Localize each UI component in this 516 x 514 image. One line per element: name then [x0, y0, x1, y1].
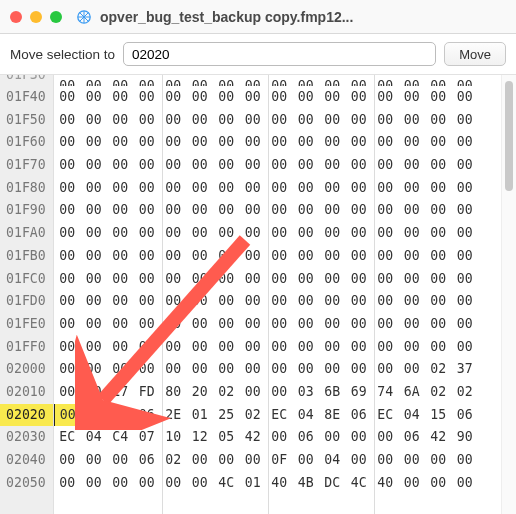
hex-byte[interactable]: 00 — [213, 290, 240, 313]
hex-byte[interactable]: 00 — [399, 199, 426, 222]
hex-byte[interactable]: 00 — [134, 222, 161, 245]
hex-byte[interactable]: 00 — [107, 472, 134, 495]
hex-byte[interactable]: 00 — [240, 222, 267, 245]
hex-byte[interactable]: 4C — [346, 472, 373, 495]
hex-byte[interactable]: 00 — [187, 449, 214, 472]
hex-byte[interactable]: 00 — [372, 222, 399, 245]
hex-byte[interactable]: 00 — [134, 268, 161, 291]
hex-byte[interactable]: 00 — [107, 154, 134, 177]
hex-byte[interactable]: 00 — [452, 154, 479, 177]
hex-byte[interactable]: FD — [134, 381, 161, 404]
hex-byte[interactable]: 00 — [319, 245, 346, 268]
hex-byte[interactable]: 00 — [346, 199, 373, 222]
hex-byte[interactable]: 00 — [346, 358, 373, 381]
hex-byte[interactable]: 00 — [399, 222, 426, 245]
hex-byte[interactable]: 00 — [54, 75, 81, 86]
hex-byte[interactable]: 00 — [134, 313, 161, 336]
hex-byte[interactable]: 00 — [346, 222, 373, 245]
hex-byte[interactable]: 00 — [293, 358, 320, 381]
hex-byte[interactable]: 00 — [452, 75, 479, 86]
hex-byte[interactable]: 00 — [187, 268, 214, 291]
hex-byte[interactable]: 00 — [187, 131, 214, 154]
hex-byte[interactable]: 00 — [399, 154, 426, 177]
hex-byte[interactable]: 00 — [134, 131, 161, 154]
hex-byte[interactable]: 00 — [54, 199, 81, 222]
hex-byte[interactable]: 00 — [319, 313, 346, 336]
hex-byte[interactable]: 00 — [134, 75, 161, 86]
move-button[interactable]: Move — [444, 42, 506, 66]
hex-byte[interactable]: 00 — [107, 86, 134, 109]
hex-byte[interactable]: 00 — [266, 358, 293, 381]
hex-byte[interactable]: 2E — [160, 404, 187, 427]
hex-byte[interactable]: 00 — [81, 131, 108, 154]
hex-byte[interactable]: 00 — [187, 358, 214, 381]
hex-byte[interactable]: 00 — [266, 154, 293, 177]
hex-byte[interactable]: 00 — [452, 336, 479, 359]
hex-byte[interactable]: 02 — [160, 449, 187, 472]
hex-byte[interactable]: 00 — [134, 245, 161, 268]
hex-byte[interactable]: 06 — [293, 426, 320, 449]
hex-byte[interactable]: 00 — [425, 449, 452, 472]
hex-byte[interactable]: 00 — [266, 109, 293, 132]
hex-byte[interactable]: 00 — [54, 245, 81, 268]
hex-byte[interactable]: 00 — [187, 199, 214, 222]
hex-byte[interactable]: 00 — [81, 449, 108, 472]
hex-byte[interactable]: 00 — [160, 177, 187, 200]
hex-byte[interactable]: 00 — [107, 290, 134, 313]
hex-byte[interactable]: 00 — [134, 336, 161, 359]
hex-byte[interactable]: 90 — [452, 426, 479, 449]
hex-byte[interactable]: 00 — [160, 313, 187, 336]
hex-byte[interactable]: 4C — [213, 472, 240, 495]
hex-byte[interactable]: 40 — [372, 472, 399, 495]
hex-byte[interactable]: 15 — [425, 404, 452, 427]
hex-byte[interactable]: 00 — [107, 177, 134, 200]
hex-byte[interactable]: 00 — [266, 86, 293, 109]
hex-byte[interactable]: 00 — [372, 75, 399, 86]
hex-byte[interactable]: 00 — [187, 336, 214, 359]
hex-byte[interactable]: 00 — [107, 199, 134, 222]
hex-byte[interactable]: 00 — [240, 245, 267, 268]
hex-byte[interactable]: 00 — [319, 268, 346, 291]
hex-byte[interactable]: 00 — [54, 358, 81, 381]
hex-byte[interactable]: 00 — [266, 381, 293, 404]
hex-byte[interactable]: 00 — [452, 131, 479, 154]
hex-byte[interactable]: 04 — [293, 404, 320, 427]
hex-byte[interactable]: 00 — [372, 245, 399, 268]
hex-byte[interactable]: 00 — [213, 449, 240, 472]
hex-byte[interactable]: 00 — [266, 245, 293, 268]
hex-byte[interactable]: 00 — [319, 199, 346, 222]
hex-byte[interactable]: 00 — [372, 199, 399, 222]
hex-byte[interactable]: 00 — [346, 154, 373, 177]
hex-byte[interactable]: 00 — [346, 245, 373, 268]
hex-byte[interactable]: 00 — [240, 86, 267, 109]
hex-byte[interactable]: 00 — [399, 472, 426, 495]
hex-byte[interactable]: 00 — [372, 358, 399, 381]
hex-byte[interactable]: 00 — [452, 313, 479, 336]
hex-byte[interactable]: 00 — [399, 268, 426, 291]
hex-byte[interactable]: 02 — [452, 381, 479, 404]
hex-byte[interactable]: 00 — [134, 358, 161, 381]
hex-byte[interactable]: 00 — [240, 268, 267, 291]
hex-byte[interactable]: 00 — [293, 131, 320, 154]
hex-byte[interactable]: 00 — [81, 381, 108, 404]
hex-byte[interactable]: 42 — [240, 426, 267, 449]
hex-byte[interactable]: 00 — [319, 154, 346, 177]
hex-byte[interactable]: 00 — [81, 222, 108, 245]
hex-byte[interactable]: 01 — [187, 404, 214, 427]
hex-byte[interactable]: 00 — [346, 336, 373, 359]
hex-byte[interactable]: 00 — [81, 177, 108, 200]
hex-byte[interactable]: 00 — [187, 177, 214, 200]
hex-byte[interactable]: 06 — [452, 404, 479, 427]
hex-byte[interactable]: 00 — [160, 199, 187, 222]
hex-byte[interactable]: 00 — [293, 109, 320, 132]
hex-byte[interactable]: 00 — [266, 313, 293, 336]
hex-byte[interactable]: 00 — [187, 109, 214, 132]
hex-byte[interactable]: 00 — [187, 75, 214, 86]
hex-byte[interactable]: 00 — [54, 131, 81, 154]
hex-byte[interactable]: 00 — [293, 199, 320, 222]
hex-byte[interactable]: 00 — [81, 472, 108, 495]
hex-byte[interactable]: 00 — [346, 268, 373, 291]
hex-byte[interactable]: 80 — [160, 381, 187, 404]
hex-byte[interactable]: 00 — [266, 131, 293, 154]
hex-byte[interactable]: 00 — [54, 404, 81, 427]
